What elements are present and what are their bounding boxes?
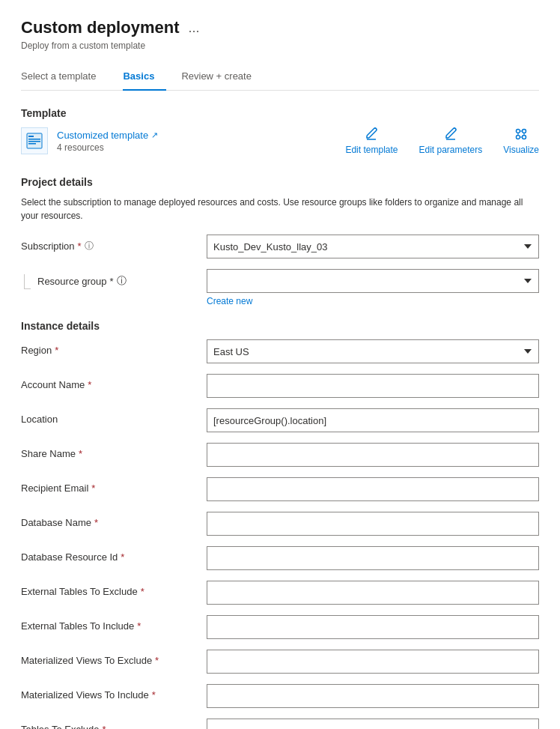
- template-resources: 4 resources: [57, 142, 158, 153]
- region-row: Region *East US: [21, 339, 539, 363]
- instance-fields: Region *East USAccount Name *Location Sh…: [21, 339, 539, 729]
- tables-exclude-input[interactable]: [207, 719, 539, 729]
- external-tables-exclude-control: [207, 581, 539, 605]
- recipient-email-input[interactable]: [207, 477, 539, 501]
- template-icon: [21, 127, 48, 154]
- resource-group-info-icon[interactable]: ⓘ: [117, 274, 127, 288]
- external-tables-exclude-input[interactable]: [207, 581, 539, 605]
- resource-group-label: Resource group * ⓘ: [37, 274, 127, 288]
- account-name-input[interactable]: [207, 374, 539, 398]
- database-name-input[interactable]: [207, 512, 539, 536]
- resource-group-select[interactable]: [207, 269, 539, 293]
- region-control: East US: [207, 339, 539, 363]
- materialized-views-exclude-control: [207, 650, 539, 674]
- subscription-row: Subscription * ⓘ Kusto_Dev_Kusto_llay_03: [21, 235, 539, 258]
- template-box: Customized template ↗ 4 resources Edit t…: [21, 127, 539, 155]
- subscription-required: *: [78, 241, 82, 252]
- account-name-control: [207, 374, 539, 398]
- resource-group-control: Create new: [207, 269, 539, 306]
- account-name-label: Account Name *: [21, 374, 207, 390]
- project-details-title: Project details: [21, 176, 539, 188]
- tables-exclude-row: Tables To Exclude *: [21, 719, 539, 729]
- share-name-row: Share Name *: [21, 443, 539, 467]
- tables-exclude-label: Tables To Exclude *: [21, 719, 207, 729]
- external-tables-include-required: *: [137, 620, 141, 632]
- database-resource-id-row: Database Resource Id *: [21, 546, 539, 570]
- materialized-views-exclude-row: Materialized Views To Exclude *: [21, 650, 539, 674]
- template-info: Customized template ↗ 4 resources: [21, 127, 158, 154]
- template-actions: Edit template Edit parameters Visualize: [345, 127, 539, 155]
- svg-rect-1: [28, 136, 34, 137]
- instance-details-title: Instance details: [21, 320, 539, 332]
- external-link-icon: ↗: [151, 130, 158, 140]
- visualize-action[interactable]: Visualize: [503, 127, 539, 155]
- project-details-description: Select the subscription to manage deploy…: [21, 196, 539, 223]
- database-name-label: Database Name *: [21, 512, 207, 528]
- tables-exclude-control: [207, 719, 539, 729]
- account-name-required: *: [88, 379, 91, 390]
- edit-template-action[interactable]: Edit template: [345, 127, 398, 155]
- materialized-views-exclude-label: Materialized Views To Exclude *: [21, 650, 207, 666]
- resource-group-row: Resource group * ⓘ Create new: [21, 269, 539, 306]
- region-select[interactable]: East US: [207, 339, 539, 363]
- materialized-views-include-control: [207, 684, 539, 708]
- materialized-views-exclude-input[interactable]: [207, 650, 539, 674]
- external-tables-exclude-row: External Tables To Exclude *: [21, 581, 539, 605]
- page-subtitle: Deploy from a custom template: [21, 40, 539, 51]
- database-resource-id-required: *: [121, 551, 124, 563]
- subscription-select[interactable]: Kusto_Dev_Kusto_llay_03: [207, 235, 539, 258]
- tables-exclude-required: *: [103, 724, 106, 729]
- database-resource-id-input[interactable]: [207, 546, 539, 570]
- external-tables-include-input[interactable]: [207, 615, 539, 639]
- svg-point-6: [523, 130, 526, 133]
- subscription-control: Kusto_Dev_Kusto_llay_03: [207, 235, 539, 258]
- svg-point-5: [517, 130, 520, 133]
- database-name-required: *: [94, 517, 98, 528]
- location-control: [207, 408, 539, 432]
- subscription-info-icon[interactable]: ⓘ: [85, 240, 94, 252]
- template-section-title: Template: [21, 107, 539, 119]
- template-name-link[interactable]: Customized template ↗: [57, 130, 158, 141]
- region-required: *: [55, 345, 58, 356]
- svg-rect-2: [28, 139, 40, 140]
- materialized-views-include-required: *: [152, 689, 156, 701]
- share-name-input[interactable]: [207, 443, 539, 467]
- page-title: Custom deployment: [21, 18, 179, 37]
- location-row: Location: [21, 408, 539, 432]
- tabs-nav: Select a template Basics Review + create: [21, 64, 539, 91]
- svg-point-8: [523, 136, 526, 139]
- tab-select-template[interactable]: Select a template: [21, 64, 108, 91]
- create-new-link[interactable]: Create new: [207, 296, 539, 306]
- recipient-email-control: [207, 477, 539, 501]
- tab-review-create[interactable]: Review + create: [181, 64, 264, 91]
- materialized-views-include-input[interactable]: [207, 684, 539, 708]
- recipient-email-row: Recipient Email *: [21, 477, 539, 501]
- edit-parameters-action[interactable]: Edit parameters: [419, 127, 482, 155]
- database-resource-id-label: Database Resource Id *: [21, 546, 207, 563]
- database-name-control: [207, 512, 539, 536]
- external-tables-exclude-label: External Tables To Exclude *: [21, 581, 207, 597]
- location-input[interactable]: [207, 408, 539, 432]
- materialized-views-include-row: Materialized Views To Include *: [21, 684, 539, 708]
- location-label: Location: [21, 408, 207, 425]
- database-resource-id-control: [207, 546, 539, 570]
- recipient-email-label: Recipient Email *: [21, 477, 207, 494]
- svg-rect-3: [28, 141, 40, 142]
- recipient-email-required: *: [91, 483, 95, 494]
- share-name-required: *: [79, 448, 82, 459]
- external-tables-include-control: [207, 615, 539, 639]
- resource-group-label-area: Resource group * ⓘ: [21, 269, 207, 289]
- external-tables-include-label: External Tables To Include *: [21, 615, 207, 632]
- account-name-row: Account Name *: [21, 374, 539, 398]
- subscription-label: Subscription * ⓘ: [21, 235, 207, 252]
- share-name-control: [207, 443, 539, 467]
- share-name-label: Share Name *: [21, 443, 207, 459]
- tab-basics[interactable]: Basics: [123, 64, 166, 91]
- resource-group-required: *: [110, 276, 114, 287]
- svg-point-7: [517, 136, 520, 139]
- materialized-views-exclude-required: *: [155, 655, 159, 666]
- ellipsis-button[interactable]: ...: [185, 21, 202, 34]
- external-tables-exclude-required: *: [141, 586, 144, 597]
- external-tables-include-row: External Tables To Include *: [21, 615, 539, 639]
- svg-rect-4: [28, 143, 36, 145]
